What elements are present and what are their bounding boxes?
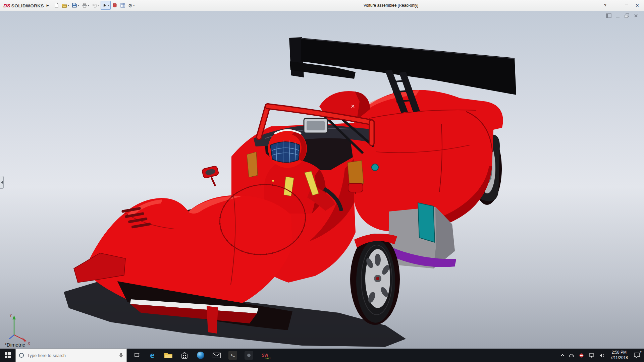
dock-document-button[interactable] bbox=[605, 13, 612, 19]
options-table-button[interactable] bbox=[119, 1, 127, 10]
restore-icon bbox=[624, 13, 630, 18]
table-grid-icon bbox=[120, 3, 125, 8]
window-title: Voiture assemblee [Read-only] bbox=[138, 3, 644, 8]
clock-time: 2:58 PM bbox=[611, 350, 627, 355]
dropdown-caret: ▾ bbox=[98, 4, 99, 7]
close-icon bbox=[633, 13, 639, 18]
gear-icon: ⚙ bbox=[128, 3, 132, 8]
tray-network-button[interactable] bbox=[587, 349, 596, 362]
print-button[interactable]: ▾ bbox=[80, 1, 91, 10]
titlebar: DS SOLIDWORKS ▶ ▾ bbox=[0, 0, 644, 11]
minimize-button[interactable]: – bbox=[611, 2, 621, 10]
mail-icon bbox=[212, 352, 221, 359]
taskbar-app-store[interactable] bbox=[176, 349, 193, 362]
edge-icon: e bbox=[150, 351, 154, 359]
taskbar-app-solidworks-2017[interactable]: SW 2017 bbox=[257, 349, 273, 362]
network-icon bbox=[589, 353, 594, 358]
triad-y-label: Y bbox=[9, 313, 12, 318]
taskbar-search[interactable] bbox=[15, 349, 127, 362]
dropdown-caret: ▾ bbox=[133, 4, 135, 7]
taskbar-app-mail[interactable] bbox=[209, 349, 225, 362]
close-button[interactable]: ✕ bbox=[633, 2, 642, 10]
appearance-button[interactable] bbox=[111, 1, 119, 10]
orientation-triad[interactable]: Y X bbox=[9, 313, 30, 346]
close-document-button[interactable] bbox=[633, 13, 639, 19]
action-center-icon bbox=[634, 352, 640, 358]
task-view-icon bbox=[133, 352, 140, 358]
windows-logo-icon bbox=[5, 352, 11, 358]
start-button[interactable] bbox=[0, 349, 15, 362]
tray-expand-button[interactable] bbox=[559, 349, 566, 362]
solidworks-2017-icon: SW 2017 bbox=[260, 351, 270, 360]
menu-expand-arrow[interactable]: ▶ bbox=[47, 4, 49, 7]
select-cursor-icon bbox=[102, 3, 107, 8]
cortana-icon bbox=[18, 352, 24, 358]
microphone-icon[interactable] bbox=[118, 353, 124, 358]
document-window-controls bbox=[605, 13, 639, 19]
select-tool-button[interactable]: ▾ bbox=[101, 1, 111, 10]
tray-cloud-button[interactable] bbox=[567, 349, 576, 362]
action-center-button[interactable]: 2 bbox=[632, 349, 642, 362]
taskbar-app-command-prompt[interactable]: >_ bbox=[225, 349, 241, 362]
dark-app-icon bbox=[245, 351, 253, 360]
taskbar-app-8[interactable] bbox=[241, 349, 257, 362]
solidworks-app-window: DS SOLIDWORKS ▶ ▾ bbox=[0, 0, 644, 362]
model-canvas[interactable]: Y X bbox=[0, 11, 644, 349]
dropdown-caret: ▾ bbox=[68, 4, 69, 7]
print-icon bbox=[82, 3, 87, 8]
file-explorer-icon bbox=[164, 352, 173, 359]
car-model[interactable] bbox=[64, 37, 516, 347]
taskbar-app-edge[interactable]: e bbox=[144, 349, 160, 362]
dropdown-caret: ▾ bbox=[108, 4, 109, 7]
dock-icon bbox=[606, 13, 612, 18]
ds-logo-mark: DS bbox=[3, 3, 10, 8]
minimize-icon bbox=[615, 13, 621, 18]
new-document-icon bbox=[54, 3, 59, 8]
save-button[interactable]: ▾ bbox=[70, 1, 80, 10]
red-cylinder-icon bbox=[112, 3, 117, 8]
minimize-document-button[interactable] bbox=[614, 13, 621, 19]
solidworks-wordmark: SOLIDWORKS bbox=[11, 3, 44, 8]
store-icon bbox=[180, 351, 189, 359]
notification-badge: 2 bbox=[640, 351, 642, 354]
task-view-button[interactable] bbox=[129, 349, 144, 362]
tray-volume-button[interactable] bbox=[597, 349, 606, 362]
taskbar: e bbox=[0, 349, 644, 362]
maximize-icon bbox=[625, 4, 628, 7]
maximize-button[interactable] bbox=[622, 2, 631, 10]
taskbar-app-file-explorer[interactable] bbox=[160, 349, 176, 362]
save-icon bbox=[72, 3, 77, 8]
cloud-icon bbox=[569, 353, 574, 358]
undo-icon bbox=[92, 3, 97, 8]
dropdown-caret: ▾ bbox=[78, 4, 79, 7]
view-orientation-label: *Dimetric bbox=[5, 342, 25, 348]
taskbar-clock[interactable]: 2:58 PM 7/11/2018 bbox=[608, 349, 631, 362]
taskbar-app-browser[interactable] bbox=[193, 349, 209, 362]
speaker-icon bbox=[599, 353, 605, 358]
red-status-icon bbox=[579, 353, 584, 358]
clock-date: 7/11/2018 bbox=[610, 355, 628, 360]
command-prompt-icon: >_ bbox=[228, 351, 237, 360]
search-input[interactable] bbox=[27, 353, 116, 358]
open-button[interactable]: ▾ bbox=[60, 1, 70, 10]
restore-document-button[interactable] bbox=[624, 13, 630, 19]
settings-button[interactable]: ⚙ ▾ bbox=[127, 1, 136, 10]
blue-globe-icon bbox=[196, 351, 205, 360]
dropdown-caret: ▾ bbox=[88, 4, 89, 7]
chevron-up-icon bbox=[560, 354, 564, 358]
graphics-area[interactable]: Y X *Dimetric bbox=[0, 11, 644, 349]
solidworks-logo: DS SOLIDWORKS bbox=[3, 3, 44, 8]
system-tray: 2:58 PM 7/11/2018 2 bbox=[559, 349, 644, 362]
help-button[interactable]: ? bbox=[600, 2, 610, 10]
triad-x-label: X bbox=[28, 341, 30, 346]
undo-button[interactable]: ▾ bbox=[91, 1, 101, 10]
tray-antivirus-button[interactable] bbox=[577, 349, 586, 362]
new-document-button[interactable] bbox=[52, 1, 60, 10]
open-folder-icon bbox=[62, 3, 67, 8]
